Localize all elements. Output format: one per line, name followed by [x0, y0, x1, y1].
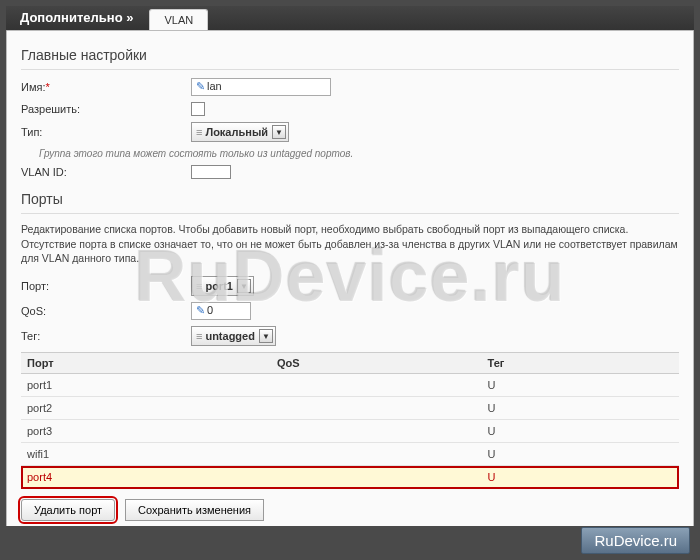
cell-port: port4	[21, 466, 271, 489]
tag-select[interactable]: ≡ untagged ▼	[191, 326, 276, 346]
cell-port: port1	[21, 374, 271, 397]
col-port[interactable]: Порт	[21, 353, 271, 374]
ports-title: Порты	[21, 185, 679, 214]
tag-label: Тег:	[21, 330, 191, 342]
type-hint: Группа этого типа может состоять только …	[39, 148, 679, 159]
table-row[interactable]: port4U	[21, 466, 679, 489]
cell-port: port2	[21, 397, 271, 420]
main-panel: Главные настройки Имя:* ✎lan Разрешить: …	[6, 30, 694, 536]
cell-qos	[271, 420, 482, 443]
main-settings-title: Главные настройки	[21, 41, 679, 70]
allow-checkbox[interactable]	[191, 102, 205, 116]
cell-port: wifi1	[21, 443, 271, 466]
qos-input[interactable]: ✎0	[191, 302, 251, 320]
chevron-down-icon: ▼	[272, 125, 286, 139]
port-select[interactable]: ≡ port1 ▼	[191, 276, 254, 296]
col-tag[interactable]: Тег	[482, 353, 679, 374]
name-label: Имя:*	[21, 81, 191, 93]
type-select[interactable]: ≡ Локальный ▼	[191, 122, 289, 142]
list-icon: ≡	[196, 280, 201, 292]
qos-label: QoS:	[21, 305, 191, 317]
ports-table: Порт QoS Тег port1Uport2Uport3Uwifi1Upor…	[21, 352, 679, 489]
vlanid-label: VLAN ID:	[21, 166, 191, 178]
cell-tag: U	[482, 466, 679, 489]
chevron-down-icon: ▼	[237, 279, 251, 293]
back-link[interactable]: Дополнительно »	[14, 5, 145, 30]
pencil-icon: ✎	[196, 304, 205, 316]
save-button[interactable]: Сохранить изменения	[125, 499, 264, 521]
footer: RuDevice.ru	[0, 526, 700, 560]
col-qos[interactable]: QoS	[271, 353, 482, 374]
name-input[interactable]: ✎lan	[191, 78, 331, 96]
vlanid-input[interactable]	[191, 165, 231, 179]
cell-tag: U	[482, 374, 679, 397]
cell-tag: U	[482, 443, 679, 466]
cell-qos	[271, 466, 482, 489]
cell-qos	[271, 443, 482, 466]
chevron-down-icon: ▼	[259, 329, 273, 343]
tab-bar: Дополнительно » VLAN	[6, 6, 694, 30]
table-row[interactable]: port2U	[21, 397, 679, 420]
cell-port: port3	[21, 420, 271, 443]
pencil-icon: ✎	[196, 80, 205, 92]
cell-tag: U	[482, 420, 679, 443]
list-icon: ≡	[196, 330, 201, 342]
footer-badge: RuDevice.ru	[581, 527, 690, 554]
port-label: Порт:	[21, 280, 191, 292]
cell-qos	[271, 374, 482, 397]
cell-tag: U	[482, 397, 679, 420]
list-icon: ≡	[196, 126, 201, 138]
tab-vlan[interactable]: VLAN	[149, 9, 208, 30]
cell-qos	[271, 397, 482, 420]
type-label: Тип:	[21, 126, 191, 138]
allow-label: Разрешить:	[21, 103, 191, 115]
ports-desc: Редактирование списка портов. Чтобы доба…	[21, 222, 679, 266]
table-row[interactable]: wifi1U	[21, 443, 679, 466]
table-row[interactable]: port3U	[21, 420, 679, 443]
delete-port-button[interactable]: Удалить порт	[21, 499, 115, 521]
table-row[interactable]: port1U	[21, 374, 679, 397]
